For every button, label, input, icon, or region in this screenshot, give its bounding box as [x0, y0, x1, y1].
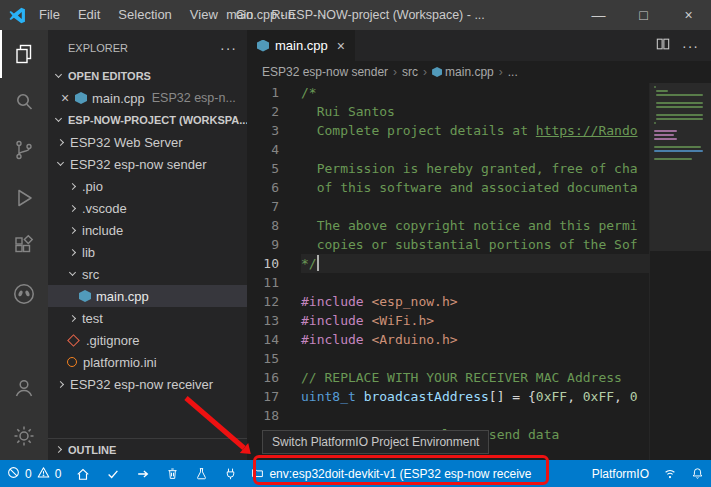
code-line[interactable]	[301, 273, 649, 292]
breadcrumb-separator-icon: ›	[499, 65, 503, 79]
open-editor-item-main-cpp[interactable]: × main.cpp ESP32 esp-n...	[48, 87, 247, 109]
code-line[interactable]: uint8_t broadcastAddress[] = {0xFF, 0xFF…	[301, 387, 649, 406]
minimap-line	[654, 122, 656, 124]
activity-platformio-button[interactable]	[0, 270, 48, 318]
breadcrumb-more[interactable]: ...	[508, 65, 518, 79]
tree-item-platformio-ini[interactable]: platformio.ini	[48, 351, 247, 373]
code-line[interactable]	[301, 406, 649, 425]
pio-test-button[interactable]	[187, 460, 216, 487]
activity-settings-button[interactable]	[0, 412, 48, 460]
code-line[interactable]	[301, 197, 649, 216]
tab-main-cpp[interactable]: main.cpp ×	[247, 30, 355, 61]
workspace-header[interactable]: ESP-NOW-PROJECT (WORKSPA...	[48, 109, 247, 131]
vscode-logo	[9, 7, 26, 24]
problems-status[interactable]: 0 0	[0, 460, 68, 487]
code-line[interactable]: Complete project details at https://Rand…	[301, 121, 649, 140]
minimap-line	[656, 94, 703, 96]
code-line[interactable]	[301, 349, 649, 368]
minimize-button[interactable]: —	[576, 0, 621, 30]
warnings-indicator	[37, 466, 50, 482]
sidebar-more-actions-button[interactable]: ···	[220, 40, 237, 56]
code-line[interactable]: #include <WiFi.h>	[301, 311, 649, 330]
open-editors-header[interactable]: OPEN EDITORS	[48, 65, 247, 87]
menu-edit[interactable]: Edit	[69, 0, 109, 30]
chevron-down-icon	[55, 71, 62, 78]
tree-item-pio[interactable]: .pio	[48, 175, 247, 197]
code-line[interactable]: The above copyright notice and this perm…	[301, 216, 649, 235]
pio-upload-button[interactable]	[128, 460, 158, 487]
tree-item-esp32-esp-now-sender[interactable]: ESP32 esp-now sender	[48, 153, 247, 175]
tree-item-label: ESP32 esp-now sender	[70, 157, 207, 172]
activity-account-button[interactable]	[0, 364, 48, 412]
env-icon	[251, 466, 264, 479]
tree-item-vscode[interactable]: .vscode	[48, 197, 247, 219]
menu-view[interactable]: View	[181, 0, 227, 30]
tree-item-test[interactable]: test	[48, 307, 247, 329]
statusbar-right: PlatformIO	[585, 460, 711, 487]
code-line[interactable]: of this software and associated document…	[301, 178, 649, 197]
minimap-line	[656, 106, 703, 108]
chevron-right-icon	[57, 138, 64, 145]
code-editor[interactable]: 12345678910111213141516171819 /* Rui San…	[247, 83, 711, 460]
pio-clean-button[interactable]	[158, 460, 187, 487]
tree-item-esp32-esp-now-receiver[interactable]: ESP32 esp-now receiver	[48, 373, 247, 395]
breadcrumb-label: ESP32 esp-now sender	[262, 65, 388, 79]
breadcrumb-main-cpp[interactable]: main.cpp	[432, 65, 494, 79]
menu-file[interactable]: File	[30, 0, 69, 30]
pio-serial-monitor-button[interactable]	[216, 460, 245, 487]
window-title: main.cpp - ESP-NOW-project (Workspace) -…	[226, 8, 485, 22]
outline-header[interactable]: OUTLINE	[48, 438, 247, 460]
code-lines: /* Rui Santos Complete project details a…	[293, 83, 649, 460]
close-button[interactable]: ×	[666, 0, 711, 30]
tree-item-lib[interactable]: lib	[48, 241, 247, 263]
errors-indicator	[7, 466, 20, 482]
run-debug-icon	[12, 186, 36, 210]
breadcrumb-esp32-esp-now-sender[interactable]: ESP32 esp-now sender	[262, 65, 388, 79]
code-line[interactable]: Permission is hereby granted, free of ch…	[301, 159, 649, 178]
editor-more-actions-button[interactable]: ···	[682, 38, 699, 54]
code-line[interactable]: */	[301, 254, 649, 273]
tree-item-label: test	[82, 311, 103, 326]
chevron-right-icon	[69, 314, 76, 321]
maximize-button[interactable]: □	[621, 0, 666, 30]
code-line[interactable]	[301, 140, 649, 159]
gutter[interactable]: 12345678910111213141516171819	[247, 83, 293, 460]
vscode-logo-icon	[9, 7, 26, 24]
tree-item-gitignore[interactable]: .gitignore	[48, 329, 247, 351]
tree-item-src[interactable]: src	[48, 263, 247, 285]
activity-extensions-button[interactable]	[0, 222, 48, 270]
account-icon	[12, 376, 36, 400]
git-file-icon	[67, 334, 80, 347]
breadcrumb-src[interactable]: src	[402, 65, 418, 79]
pio-build-button[interactable]	[98, 460, 128, 487]
activity-search-button[interactable]	[0, 78, 48, 126]
pio-remote-button[interactable]	[656, 460, 684, 487]
code-line[interactable]: #include <esp_now.h>	[301, 292, 649, 311]
beaker-icon	[195, 467, 208, 480]
tab-close-icon[interactable]: ×	[337, 38, 345, 54]
tree-item-include[interactable]: include	[48, 219, 247, 241]
home-icon	[76, 467, 90, 481]
activity-run-debug-button[interactable]	[0, 174, 48, 222]
menu-selection[interactable]: Selection	[109, 0, 180, 30]
pio-home-button[interactable]	[68, 460, 98, 487]
notifications-button[interactable]	[684, 460, 711, 487]
pio-env-selector[interactable]: env:esp32doit-devkit-v1 (ESP32 esp-now r…	[245, 460, 537, 487]
tree-item-esp32-web-server[interactable]: ESP32 Web Server	[48, 131, 247, 153]
split-editor-button[interactable]	[656, 37, 670, 54]
activity-explorer-button[interactable]	[0, 30, 48, 78]
activity-source-control-button[interactable]	[0, 126, 48, 174]
minimap[interactable]	[649, 83, 711, 460]
line-number: 12	[247, 292, 293, 311]
tree-item-label: platformio.ini	[83, 355, 157, 370]
code-line[interactable]: #include <Arduino.h>	[301, 330, 649, 349]
platformio-status[interactable]: PlatformIO	[585, 460, 656, 487]
code-line[interactable]: // REPLACE WITH YOUR RECEIVER MAC Addres…	[301, 368, 649, 387]
code-line[interactable]: /*	[301, 83, 649, 102]
warning-icon	[37, 466, 50, 479]
vscode-window: FileEditSelectionViewGoRun··· main.cpp -…	[0, 0, 711, 487]
close-editor-icon[interactable]: ×	[57, 90, 73, 106]
code-line[interactable]: Rui Santos	[301, 102, 649, 121]
code-line[interactable]: copies or substantial portions of the So…	[301, 235, 649, 254]
tree-item-main-cpp[interactable]: main.cpp	[48, 285, 247, 307]
